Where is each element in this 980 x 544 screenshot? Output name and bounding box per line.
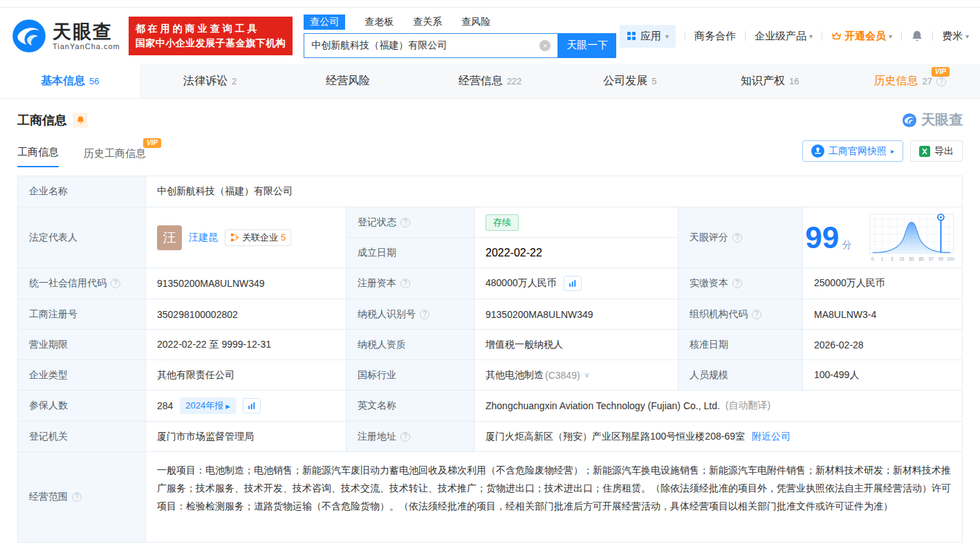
search-tab-boss[interactable]: 查老板 bbox=[364, 16, 394, 28]
question-icon[interactable]: ? bbox=[936, 77, 946, 86]
capital-trend-icon[interactable] bbox=[564, 276, 582, 291]
establish-date-label: 成立日期 bbox=[358, 247, 396, 259]
notification-bell-icon[interactable] bbox=[911, 30, 923, 42]
nav-divider bbox=[822, 31, 822, 41]
search-button[interactable]: 天眼一下 bbox=[558, 33, 616, 58]
question-icon[interactable]: ? bbox=[72, 492, 82, 502]
nearby-companies-link[interactable]: 附近公司 bbox=[752, 431, 791, 443]
taxpayer-id-label: 纳税人识别号 bbox=[358, 308, 416, 321]
establish-date-value: 2022-02-22 bbox=[474, 238, 678, 268]
legal-rep-avatar[interactable]: 汪 bbox=[157, 225, 182, 250]
export-button[interactable]: 导出 bbox=[910, 140, 963, 162]
reg-address-value: 厦门火炬高新区（翔安）产业区翔星路100号恒业楼208-69室 bbox=[486, 431, 745, 443]
subtab-business-info[interactable]: 工商信息 bbox=[17, 146, 59, 167]
nav-open-vip[interactable]: 开通会员 ▾ bbox=[831, 30, 892, 43]
apps-menu[interactable]: 应用 ▾ bbox=[620, 25, 676, 48]
nav-user-menu[interactable]: 费米 ▾ bbox=[942, 30, 969, 43]
question-icon[interactable]: ? bbox=[732, 233, 742, 243]
question-icon[interactable]: ? bbox=[752, 310, 761, 319]
english-name-cell: Zhongchuangxin Aviation Technology (Fuji… bbox=[474, 391, 962, 421]
vip-badge: VIP bbox=[143, 138, 161, 148]
tab-count: 222 bbox=[507, 76, 522, 86]
reg-capital-cell: 480000万人民币 bbox=[474, 268, 678, 299]
tab-label: 公司发展 bbox=[603, 74, 647, 88]
question-icon[interactable]: ? bbox=[400, 218, 410, 227]
tab-legal-proceedings[interactable]: 法律诉讼 2 bbox=[140, 64, 279, 98]
question-icon[interactable]: ? bbox=[732, 279, 742, 288]
taxpayer-quality-value: 增值税一般纳税人 bbox=[474, 330, 678, 359]
related-companies-badge[interactable]: 关联企业 5 bbox=[225, 229, 291, 246]
tab-basic-info[interactable]: 基本信息 56 bbox=[0, 64, 140, 98]
tab-count: 56 bbox=[89, 76, 99, 86]
tianyancha-eye-icon bbox=[902, 113, 917, 128]
tab-intellectual-property[interactable]: 知识产权 16 bbox=[700, 64, 840, 98]
tab-history-info[interactable]: VIP 历史信息 27 ? bbox=[840, 64, 980, 98]
tab-operation-risk[interactable]: 经营风险 bbox=[280, 64, 420, 98]
clear-search-icon[interactable]: × bbox=[539, 40, 551, 51]
subtab-history-business-info[interactable]: VIP 历史工商信息 bbox=[84, 147, 146, 167]
question-icon[interactable]: ? bbox=[400, 279, 410, 288]
promo-banner: 都在用的商业查询工具 国家中小企业发展子基金旗下机构 bbox=[129, 17, 293, 55]
taxpayer-quality-label: 纳税人资质 bbox=[346, 330, 474, 359]
question-icon[interactable]: ? bbox=[420, 310, 429, 319]
business-info-table: 企业名称 中创新航科技（福建）有限公司 法定代表人 汪 汪建昆 关联企业 5 bbox=[17, 176, 963, 543]
approval-date-label: 核准日期 bbox=[678, 330, 803, 359]
tab-label: 经营信息 bbox=[459, 74, 503, 88]
report-badge-label: 2024年报 bbox=[185, 400, 223, 412]
reg-capital-value: 480000万人民币 bbox=[486, 277, 557, 290]
table-row: 企业名称 中创新航科技（福建）有限公司 bbox=[18, 176, 962, 207]
business-term-value: 2022-02-22 至 9999-12-31 bbox=[146, 330, 346, 359]
org-code-label: 组织机构代码 bbox=[690, 308, 748, 321]
tab-count: 2 bbox=[232, 76, 237, 86]
export-label: 导出 bbox=[934, 145, 954, 158]
legal-rep-name-link[interactable]: 汪建昆 bbox=[189, 232, 218, 244]
score-unit: 分 bbox=[842, 239, 852, 250]
official-snapshot-button[interactable]: 工商官网快照 ▸ bbox=[802, 140, 903, 162]
paid-capital-label: 实缴资本 bbox=[690, 277, 728, 290]
bar-chart-icon bbox=[568, 279, 577, 288]
svg-text:97: 97 bbox=[928, 256, 934, 261]
search-tab-relation[interactable]: 查关系 bbox=[413, 16, 442, 28]
nav-business-cooperation[interactable]: 商务合作 bbox=[694, 30, 736, 43]
svg-text:85: 85 bbox=[918, 256, 924, 261]
caret-right-icon: ▸ bbox=[891, 147, 894, 155]
stamp-icon bbox=[811, 144, 824, 158]
tab-count: 5 bbox=[651, 76, 656, 86]
paid-capital-value: 250000万人民币 bbox=[803, 268, 962, 299]
tyc-score-label: 天眼评分 bbox=[690, 232, 728, 244]
excel-icon bbox=[919, 146, 930, 157]
search-tab-company[interactable]: 查公司 bbox=[304, 15, 345, 30]
annual-report-badge[interactable]: 2024年报 ▸ bbox=[180, 397, 235, 414]
nav-enterprise-products[interactable]: 企业级产品 ▾ bbox=[755, 30, 813, 43]
search-tab-risk[interactable]: 查风险 bbox=[461, 16, 490, 28]
table-row: 统一社会信用代码 ? 91350200MA8ULNW349 注册资本 ? 480… bbox=[18, 268, 962, 299]
business-info-section: 工商信息 天眼查 工商信息 VIP 历史工商信息 bbox=[0, 99, 980, 543]
legal-rep-label: 法定代表人 bbox=[18, 207, 146, 268]
section-title: 工商信息 bbox=[17, 112, 67, 129]
tianyancha-logo[interactable]: 天眼查 TianYanCha.com bbox=[11, 18, 120, 54]
chevron-down-icon[interactable]: ∨ bbox=[584, 371, 590, 379]
brand-name: 天眼查 bbox=[53, 21, 120, 42]
taxpayer-id-value: 91350200MA8ULNW349 bbox=[474, 299, 678, 329]
promo-line-2: 国家中小企业发展子基金旗下机构 bbox=[136, 36, 286, 50]
reg-number-value: 350298100002802 bbox=[146, 299, 346, 329]
question-icon[interactable]: ? bbox=[111, 279, 120, 288]
tyc-score-label-cell: 天眼评分 ? bbox=[678, 207, 803, 268]
related-label: 关联企业 bbox=[242, 232, 278, 244]
tab-company-development[interactable]: 公司发展 5 bbox=[560, 64, 700, 98]
status-badge: 存续 bbox=[486, 214, 519, 231]
company-type-value: 其他有限责任公司 bbox=[146, 360, 346, 390]
tab-operation-info[interactable]: 经营信息 222 bbox=[420, 64, 560, 98]
paid-capital-label-cell: 实缴资本 ? bbox=[678, 268, 803, 299]
username: 费米 bbox=[942, 30, 963, 43]
insured-trend-icon[interactable] bbox=[243, 398, 261, 413]
search-input[interactable] bbox=[311, 40, 539, 51]
question-icon[interactable]: ? bbox=[400, 432, 410, 442]
tab-label: 历史信息 bbox=[874, 74, 918, 88]
company-detail-tabs: 基本信息 56 法律诉讼 2 经营风险 经营信息 222 公司发展 5 知识产权… bbox=[0, 64, 980, 99]
subscribe-bell-icon[interactable] bbox=[73, 113, 88, 128]
chevron-down-icon: ▾ bbox=[665, 32, 669, 40]
taxpayer-id-label-cell: 纳税人识别号 ? bbox=[346, 299, 474, 329]
search-block: 查公司 查老板 查关系 查风险 × 天眼一下 bbox=[304, 15, 616, 58]
status-date-subgrid: 登记状态 ? 存续 成立日期 2022-02-22 bbox=[346, 207, 678, 268]
